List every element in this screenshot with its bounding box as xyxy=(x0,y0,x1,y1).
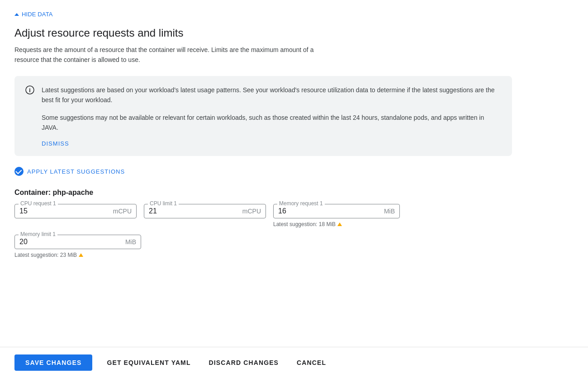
info-text-2: Some suggestions may not be available or… xyxy=(42,113,501,133)
discard-changes-button[interactable]: DISCARD CHANGES xyxy=(205,354,282,371)
memory-request-field-group: Memory request 1 MiB Latest suggestion: … xyxy=(273,204,400,227)
memory-limit-unit: MiB xyxy=(125,238,136,246)
page-description: Requests are the amount of a resource th… xyxy=(14,45,331,65)
info-content: Latest suggestions are based on your wor… xyxy=(42,85,501,147)
memory-limit-field-group: Memory limit 1 MiB Latest suggestion: 23… xyxy=(14,235,141,258)
svg-text:i: i xyxy=(29,87,30,94)
hide-data-label: HIDE DATA xyxy=(22,11,53,18)
memory-limit-field-wrapper: Memory limit 1 MiB xyxy=(14,235,141,249)
memory-limit-suggestion-text: Latest suggestion: 23 MiB xyxy=(14,252,77,258)
hide-data-link[interactable]: HIDE DATA xyxy=(14,11,528,18)
memory-request-input[interactable] xyxy=(278,207,380,215)
memory-limit-suggestion: Latest suggestion: 23 MiB xyxy=(14,252,141,258)
cpu-limit-label: CPU limit 1 xyxy=(148,200,179,207)
memory-request-up-arrow-icon xyxy=(337,222,342,226)
cpu-limit-field-wrapper: CPU limit 1 mCPU xyxy=(144,204,266,218)
cpu-request-field-group: CPU request 1 mCPU xyxy=(14,204,137,218)
info-text-1: Latest suggestions are based on your wor… xyxy=(42,85,501,105)
memory-request-label: Memory request 1 xyxy=(277,200,325,207)
fields-row: CPU request 1 mCPU CPU limit 1 mCPU Memo… xyxy=(14,204,528,258)
memory-request-suggestion: Latest suggestion: 18 MiB xyxy=(273,221,400,227)
info-icon: i xyxy=(25,85,34,94)
cpu-request-unit: mCPU xyxy=(113,208,132,215)
footer: SAVE CHANGES GET EQUIVALENT YAML DISCARD… xyxy=(0,347,588,378)
cpu-limit-field-group: CPU limit 1 mCPU xyxy=(144,204,266,218)
get-yaml-button[interactable]: GET EQUIVALENT YAML xyxy=(103,354,194,371)
cpu-request-field-wrapper: CPU request 1 mCPU xyxy=(14,204,137,218)
check-circle-icon xyxy=(14,167,24,176)
memory-limit-input[interactable] xyxy=(19,238,122,246)
page-title: Adjust resource requests and limits xyxy=(14,27,528,39)
apply-label: APPLY LATEST SUGGESTIONS xyxy=(27,168,125,175)
cpu-request-label: CPU request 1 xyxy=(19,200,58,207)
memory-request-suggestion-text: Latest suggestion: 18 MiB xyxy=(273,221,336,227)
memory-limit-up-arrow-icon xyxy=(79,253,83,257)
container-label: Container: php-apache xyxy=(14,189,528,197)
memory-request-unit: MiB xyxy=(384,208,395,215)
save-changes-button[interactable]: SAVE CHANGES xyxy=(14,354,92,371)
info-box: i Latest suggestions are based on your w… xyxy=(14,76,512,156)
chevron-up-icon xyxy=(14,13,19,16)
cancel-button[interactable]: CANCEL xyxy=(293,354,330,371)
cpu-limit-input[interactable] xyxy=(149,207,239,215)
memory-limit-label: Memory limit 1 xyxy=(19,231,57,237)
cpu-limit-unit: mCPU xyxy=(242,208,261,215)
cpu-request-input[interactable] xyxy=(19,207,109,215)
apply-latest-suggestions-link[interactable]: APPLY LATEST SUGGESTIONS xyxy=(14,167,528,176)
dismiss-link[interactable]: DISMISS xyxy=(42,140,69,147)
memory-request-field-wrapper: Memory request 1 MiB xyxy=(273,204,400,218)
